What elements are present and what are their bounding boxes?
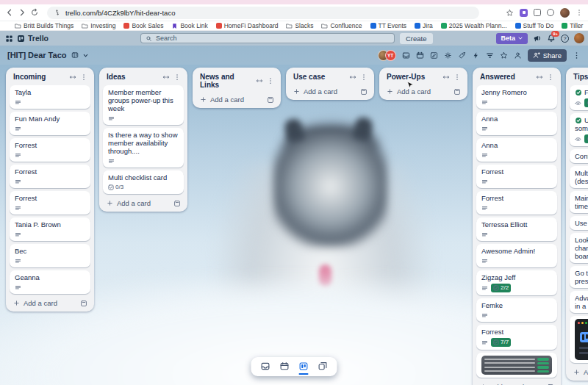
- bookmark-stuff-to-do[interactable]: Stuff To Do: [515, 22, 554, 29]
- card-forrest[interactable]: Forrest: [476, 165, 557, 188]
- view-inbox-icon[interactable]: [261, 361, 270, 371]
- list-title[interactable]: Ideas: [107, 73, 159, 81]
- app-switcher-icon[interactable]: [5, 35, 13, 43]
- bookmark-tiller[interactable]: Tiller: [562, 22, 583, 29]
- beta-button[interactable]: Beta: [496, 33, 528, 44]
- add-card-button[interactable]: Add a card: [196, 93, 277, 105]
- filter-icon[interactable]: [486, 51, 494, 60]
- extension-icon[interactable]: [520, 9, 528, 17]
- card-terressa-elliott[interactable]: Terressa Elliott: [476, 217, 557, 241]
- member-avatars[interactable]: YT: [378, 50, 396, 61]
- card-multipl-deskto[interactable]: Multipl(deskto: [570, 166, 588, 188]
- automation-icon[interactable]: [472, 51, 480, 60]
- list-title[interactable]: Answered: [480, 73, 532, 81]
- card-anna[interactable]: Anna: [476, 138, 557, 162]
- reload-icon[interactable]: [30, 8, 39, 17]
- card-tania-p-brown[interactable]: Tania P. Brown: [10, 217, 90, 241]
- add-card-button[interactable]: Add a card: [290, 85, 370, 97]
- board-title-chevron-icon[interactable]: [82, 52, 89, 59]
- list-title[interactable]: Use case: [293, 73, 345, 81]
- card-jenny-romero[interactable]: Jenny Romero: [476, 85, 557, 109]
- create-button[interactable]: Create: [400, 33, 433, 44]
- collapse-list-icon[interactable]: [536, 73, 543, 81]
- card-forrest[interactable]: Forrest7/7: [476, 325, 557, 350]
- list-menu-icon[interactable]: [173, 73, 181, 81]
- card-fun-man-andy[interactable]: Fun Man Andy: [10, 112, 90, 135]
- card-template-icon[interactable]: [173, 200, 181, 207]
- notifications-bell-icon[interactable]: 9+: [547, 34, 556, 43]
- card-forrest[interactable]: Forrest: [476, 191, 557, 215]
- card-template-icon[interactable]: [267, 96, 274, 104]
- bookmark-jira[interactable]: Jira: [415, 22, 433, 29]
- list-title[interactable]: Power-Ups: [387, 73, 439, 81]
- bookmark-book-link[interactable]: Book Link: [171, 22, 207, 29]
- browser-menu-icon[interactable]: [576, 9, 583, 16]
- card-forrest[interactable]: Forrest: [10, 165, 90, 188]
- card-awesome-admin[interactable]: Awesome Admin!: [476, 244, 557, 267]
- bookmark-britt-builds-things[interactable]: Britt Builds Things: [15, 22, 74, 29]
- member-avatar-initials[interactable]: YT: [385, 50, 396, 61]
- board-view-icon[interactable]: [71, 51, 79, 59]
- edit-icon[interactable]: [430, 51, 438, 60]
- list-menu-icon[interactable]: [547, 73, 554, 81]
- forward-icon[interactable]: [18, 8, 26, 17]
- collapse-list-icon[interactable]: [162, 73, 170, 81]
- add-card-button[interactable]: Add a card: [383, 85, 464, 97]
- card-use-som[interactable]: Usesom: [570, 113, 588, 146]
- bookmark-book-sales[interactable]: Book Sales: [123, 22, 163, 29]
- list-menu-icon[interactable]: [360, 73, 368, 81]
- card-use-q[interactable]: Use q: [570, 216, 588, 230]
- view-switch-boards-icon[interactable]: [318, 361, 328, 371]
- card-tayla[interactable]: Tayla: [10, 85, 90, 109]
- power-ups-icon[interactable]: [444, 51, 452, 60]
- bookmark-tt-events[interactable]: TT Events: [370, 22, 407, 29]
- collapse-list-icon[interactable]: [69, 73, 76, 81]
- members-icon[interactable]: [514, 51, 522, 60]
- tab-search-icon[interactable]: [547, 9, 554, 16]
- card-anna[interactable]: Anna: [476, 112, 557, 135]
- collapse-list-icon[interactable]: [256, 77, 263, 84]
- collapse-list-icon[interactable]: [349, 73, 356, 81]
- site-info-icon[interactable]: [54, 9, 61, 16]
- card-template-icon[interactable]: [453, 88, 461, 96]
- card-zigzag-jeff[interactable]: Zigzag Jeff2/2: [476, 270, 557, 295]
- card-femke[interactable]: Femke: [476, 298, 557, 322]
- card-forrest[interactable]: Forrest: [10, 138, 90, 162]
- card-is-there-a-way-to-show-member-availability-through[interactable]: Is there a way to show member availabili…: [103, 128, 184, 168]
- url-bar[interactable]: trello.com/b/4CZk9lbY/hit-dear-taco: [47, 7, 479, 19]
- list-title[interactable]: News and Links: [200, 73, 252, 89]
- back-icon[interactable]: [5, 8, 14, 17]
- list-menu-icon[interactable]: [267, 77, 274, 84]
- card-member-member-groups-power-up-this-week[interactable]: Member member groups power-up this week: [103, 85, 184, 125]
- list-menu-icon[interactable]: [80, 73, 87, 81]
- card-template-icon[interactable]: [360, 88, 368, 96]
- card-confett[interactable]: Confett: [570, 149, 588, 163]
- bookmark-homefi-dashboard[interactable]: HomeFi Dashboard: [216, 22, 279, 29]
- view-planner-icon[interactable]: [280, 361, 290, 371]
- card-main-d-timelin[interactable]: Main dtimelin: [570, 191, 588, 213]
- add-card-button[interactable]: Add a card: [476, 381, 557, 385]
- share-button[interactable]: Share: [528, 49, 567, 62]
- card-multi-checklist-card[interactable]: Multi checklist card0/3: [103, 170, 184, 194]
- card-template-icon[interactable]: [80, 300, 87, 307]
- help-icon[interactable]: ?: [561, 35, 569, 43]
- search-input[interactable]: Search: [140, 33, 395, 43]
- bookmark-confluence[interactable]: Confluence: [321, 22, 362, 29]
- inbox-icon[interactable]: [402, 51, 410, 60]
- browser-profile-avatar[interactable]: [560, 8, 570, 18]
- card-forrest[interactable]: Forrest: [10, 191, 90, 215]
- collapse-list-icon[interactable]: [442, 73, 450, 81]
- bookmark-star-icon[interactable]: [506, 9, 514, 17]
- bookmark-investing[interactable]: Investing: [82, 22, 115, 29]
- board-title[interactable]: [HIT] Dear Taco: [7, 51, 66, 60]
- add-card-button[interactable]: Add a card: [570, 366, 588, 378]
- card-look-a-change-boards[interactable]: Look achangeboards: [570, 233, 588, 263]
- card-filte[interactable]: Filte: [570, 85, 588, 110]
- megaphone-icon[interactable]: [533, 34, 542, 43]
- list-title[interactable]: Tips: [573, 73, 588, 81]
- view-board-icon[interactable]: [299, 361, 309, 371]
- card-tips-screenshot[interactable]: [570, 316, 588, 363]
- extensions-puzzle-icon[interactable]: [534, 9, 541, 16]
- rocket-icon[interactable]: [458, 51, 466, 60]
- bookmark-slacks[interactable]: Slacks: [286, 22, 313, 29]
